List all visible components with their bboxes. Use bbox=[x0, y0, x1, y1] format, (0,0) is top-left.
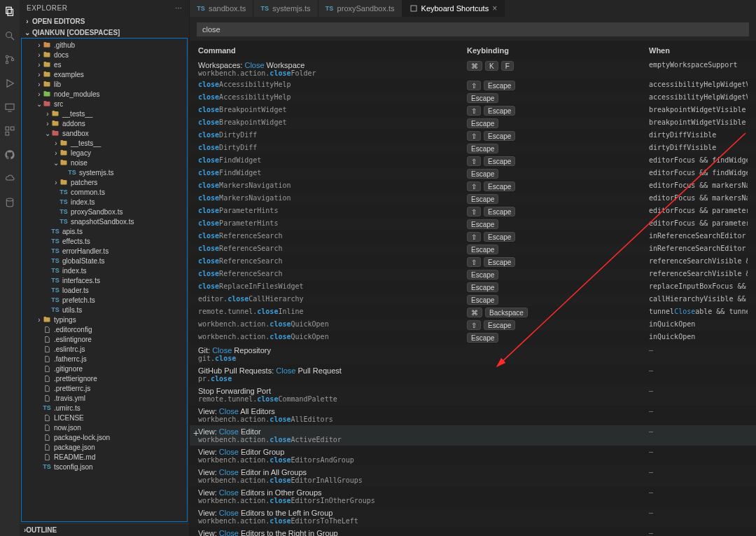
tree-item[interactable]: TSindex.ts bbox=[22, 266, 187, 275]
tree-item[interactable]: .eslintignore bbox=[22, 334, 187, 344]
kb-row[interactable]: workbench.action.closeQuickOpen⇧Escapein… bbox=[190, 319, 756, 331]
kb-row[interactable]: workbench.action.closeQuickOpenEscapeinQ… bbox=[190, 331, 756, 344]
kb-row[interactable]: +View: Close Editorworkbench.action.clos… bbox=[190, 425, 756, 446]
kb-row[interactable]: closeReferenceSearch⇧EscapeinReferenceSe… bbox=[190, 231, 756, 243]
tree-item[interactable]: TSutils.ts bbox=[22, 305, 187, 315]
explorer-icon[interactable] bbox=[4, 6, 16, 18]
tree-item[interactable]: ›lib bbox=[22, 79, 187, 89]
tree-item[interactable]: TSindex.ts bbox=[22, 197, 187, 207]
outline-section[interactable]: ›OUTLINE bbox=[20, 523, 189, 536]
github-icon[interactable] bbox=[4, 149, 16, 161]
add-icon[interactable]: + bbox=[190, 427, 202, 439]
tree-item[interactable]: TSeffects.ts bbox=[22, 236, 187, 246]
tree-item[interactable]: TStsconfig.json bbox=[22, 462, 187, 472]
tree-item[interactable]: TSloader.ts bbox=[22, 285, 187, 295]
kb-row[interactable]: editor.closeCallHierarchyEscapecallHiera… bbox=[190, 294, 756, 306]
close-icon[interactable]: × bbox=[492, 4, 497, 13]
kb-row[interactable]: GitHub Pull Requests: Close Pull Request… bbox=[190, 364, 756, 385]
kb-row[interactable]: View: Close Editor Groupworkbench.action… bbox=[190, 446, 756, 466]
kb-row[interactable]: closeMarkersNavigation⇧EscapeeditorFocus… bbox=[190, 180, 756, 193]
editor-tab[interactable]: TSproxySandbox.ts bbox=[318, 0, 402, 17]
tree-item[interactable]: ›legacy bbox=[22, 148, 187, 158]
kb-row[interactable]: remote.tunnel.closeInline⌘Backspacetunne… bbox=[190, 306, 756, 319]
tree-item[interactable]: .fatherrc.js bbox=[22, 354, 187, 364]
tree-item[interactable]: ›addons bbox=[22, 118, 187, 128]
open-editors-section[interactable]: ›OPEN EDITORS bbox=[20, 15, 189, 27]
kb-row[interactable]: closeAccessibilityHelp⇧Escapeaccessibili… bbox=[190, 79, 756, 92]
extensions-icon[interactable] bbox=[4, 125, 16, 137]
tree-item[interactable]: ›typings bbox=[22, 315, 187, 324]
tree-item[interactable]: package-lock.json bbox=[22, 432, 187, 442]
tree-item[interactable]: ›es bbox=[22, 60, 187, 69]
kb-row[interactable]: closeMarkersNavigationEscapeeditorFocus … bbox=[190, 193, 756, 205]
tree-item[interactable]: ›.github bbox=[22, 40, 187, 50]
tree-item[interactable]: ›examples bbox=[22, 69, 187, 79]
kb-row[interactable]: closeFindWidget⇧EscapeeditorFocus && fin… bbox=[190, 155, 756, 167]
kb-row[interactable]: Git: Close Repositorygit.close— bbox=[190, 344, 756, 364]
workspace-section[interactable]: ⌄QIANKUN [CODESPACES] bbox=[20, 27, 189, 38]
kb-row[interactable]: closeBreakpointWidget⇧EscapebreakpointWi… bbox=[190, 104, 756, 117]
tree-item[interactable]: now.json bbox=[22, 422, 187, 432]
editor-tab[interactable]: TSsystemjs.ts bbox=[253, 0, 318, 17]
kb-row[interactable]: closeDirtyDiffEscapedirtyDiffVisible bbox=[190, 142, 756, 155]
tree-item[interactable]: ›__tests__ bbox=[22, 138, 187, 148]
tree-item[interactable]: .eslintrc.js bbox=[22, 344, 187, 354]
tree-item[interactable]: README.md bbox=[22, 452, 187, 462]
source-control-icon[interactable] bbox=[4, 53, 16, 66]
tree-item[interactable]: TSsnapshotSandbox.ts bbox=[22, 217, 187, 226]
tree-item[interactable]: ⌄noise bbox=[22, 158, 187, 167]
tree-item[interactable]: TS.umirc.ts bbox=[22, 403, 187, 413]
col-keybinding[interactable]: Keybinding bbox=[467, 46, 649, 55]
tree-item[interactable]: ›__tests__ bbox=[22, 109, 187, 118]
col-command[interactable]: Command bbox=[198, 46, 467, 55]
editor-tab[interactable]: TSsandbox.ts bbox=[190, 0, 253, 17]
kb-row[interactable]: closeAccessibilityHelpEscapeaccessibilit… bbox=[190, 92, 756, 104]
kb-row[interactable]: closeDirtyDiff⇧EscapedirtyDiffVisible bbox=[190, 130, 756, 142]
kb-row[interactable]: closeReplaceInFilesWidgetEscapereplaceIn… bbox=[190, 281, 756, 294]
kb-row[interactable]: View: Close All Editorsworkbench.action.… bbox=[190, 405, 756, 425]
tree-item[interactable]: TSerrorHandler.ts bbox=[22, 246, 187, 256]
tree-item[interactable]: ⌄src bbox=[22, 99, 187, 109]
tree-item[interactable]: ›patchers bbox=[22, 177, 187, 187]
tree-item[interactable]: .editorconfig bbox=[22, 324, 187, 334]
tree-item[interactable]: package.json bbox=[22, 442, 187, 452]
kb-row[interactable]: Workspaces: Close Workspaceworkbench.act… bbox=[190, 59, 756, 79]
search-icon[interactable] bbox=[4, 29, 16, 42]
kb-row[interactable]: View: Close Editors in Other Groupsworkb… bbox=[190, 486, 756, 507]
kb-row[interactable]: closeParameterHints⇧EscapeeditorFocus &&… bbox=[190, 205, 756, 218]
db-icon[interactable] bbox=[4, 196, 16, 209]
editor-tab[interactable]: Keyboard Shortcuts× bbox=[402, 0, 505, 17]
kb-row[interactable]: closeFindWidgetEscapeeditorFocus && find… bbox=[190, 167, 756, 180]
kb-row[interactable]: closeBreakpointWidgetEscapebreakpointWid… bbox=[190, 117, 756, 130]
tree-item[interactable]: .prettierignore bbox=[22, 373, 187, 383]
col-when[interactable]: When bbox=[649, 46, 748, 55]
tree-item[interactable]: TSsystemjs.ts bbox=[22, 167, 187, 177]
kb-row[interactable]: View: Close Editors to the Left in Group… bbox=[190, 507, 756, 527]
tree-item[interactable]: .prettierrc.js bbox=[22, 383, 187, 393]
kb-row[interactable]: View: Close Editor in All Groupsworkbenc… bbox=[190, 466, 756, 486]
tree-item[interactable]: .travis.yml bbox=[22, 393, 187, 403]
tree-item[interactable]: ⌄sandbox bbox=[22, 128, 187, 138]
kb-row[interactable]: closeReferenceSearchEscapeinReferenceSea… bbox=[190, 243, 756, 256]
tree-item[interactable]: TSapis.ts bbox=[22, 226, 187, 236]
tree-item[interactable]: ›docs bbox=[22, 50, 187, 60]
tree-item[interactable]: TScommon.ts bbox=[22, 187, 187, 197]
cloud-icon[interactable] bbox=[4, 172, 16, 185]
tree-item[interactable]: TSglobalState.ts bbox=[22, 256, 187, 266]
remote-icon[interactable] bbox=[4, 101, 16, 114]
kb-row[interactable]: Stop Forwarding Portremote.tunnel.closeC… bbox=[190, 385, 756, 405]
run-debug-icon[interactable] bbox=[4, 77, 16, 90]
svg-point-6 bbox=[11, 58, 13, 60]
tree-item[interactable]: LICENSE bbox=[22, 413, 187, 422]
tree-item[interactable]: TSprefetch.ts bbox=[22, 295, 187, 305]
tree-item[interactable]: .gitignore bbox=[22, 364, 187, 373]
kb-row[interactable]: View: Close Editors to the Right in Grou… bbox=[190, 527, 756, 536]
tree-item[interactable]: TSproxySandbox.ts bbox=[22, 207, 187, 217]
more-icon[interactable]: ⋯ bbox=[175, 4, 183, 12]
kb-row[interactable]: closeParameterHintsEscapeeditorFocus && … bbox=[190, 218, 756, 231]
tree-item[interactable]: ›node_modules bbox=[22, 89, 187, 99]
kb-row[interactable]: closeReferenceSearch⇧EscapereferenceSear… bbox=[190, 256, 756, 268]
tree-item[interactable]: TSinterfaces.ts bbox=[22, 275, 187, 285]
kb-row[interactable]: closeReferenceSearchEscapereferenceSearc… bbox=[190, 268, 756, 281]
shortcut-search-input[interactable] bbox=[197, 22, 749, 36]
